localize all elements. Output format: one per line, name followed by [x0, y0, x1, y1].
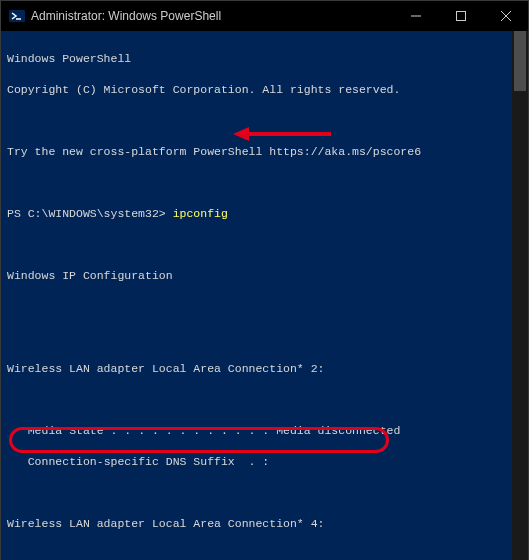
maximize-button[interactable]	[438, 1, 483, 31]
blank-line	[7, 330, 506, 346]
annotation-arrow-icon	[233, 125, 333, 143]
blank-line	[7, 485, 506, 501]
content-area: Windows PowerShell Copyright (C) Microso…	[1, 31, 528, 560]
prompt-line: PS C:\WINDOWS\system32> ipconfig	[7, 206, 506, 222]
blank-line	[7, 175, 506, 191]
prompt-path: PS C:\WINDOWS\system32>	[7, 207, 173, 220]
header-line: Windows PowerShell	[7, 51, 506, 67]
vertical-scrollbar[interactable]	[512, 31, 528, 560]
blank-line	[7, 547, 506, 560]
blank-line	[7, 299, 506, 315]
window-title: Administrator: Windows PowerShell	[31, 9, 393, 23]
try-line: Try the new cross-platform PowerShell ht…	[7, 144, 506, 160]
terminal-output[interactable]: Windows PowerShell Copyright (C) Microso…	[1, 31, 512, 560]
adapter-title: Wireless LAN adapter Local Area Connecti…	[7, 361, 506, 377]
window-controls	[393, 1, 528, 31]
blank-line	[7, 113, 506, 129]
svg-marker-7	[233, 127, 249, 141]
powershell-icon	[9, 8, 25, 24]
svg-rect-3	[456, 12, 465, 21]
media-state: Media State . . . . . . . . . . . : Medi…	[7, 423, 506, 439]
copyright-line: Copyright (C) Microsoft Corporation. All…	[7, 82, 506, 98]
close-button[interactable]	[483, 1, 528, 31]
titlebar[interactable]: Administrator: Windows PowerShell	[1, 1, 528, 31]
powershell-window: Administrator: Windows PowerShell Window…	[0, 0, 529, 560]
adapter-title: Wireless LAN adapter Local Area Connecti…	[7, 516, 506, 532]
command-text: ipconfig	[173, 207, 228, 220]
dns-suffix: Connection-specific DNS Suffix . :	[7, 454, 506, 470]
blank-line	[7, 237, 506, 253]
blank-line	[7, 392, 506, 408]
scrollbar-thumb[interactable]	[514, 31, 526, 91]
minimize-button[interactable]	[393, 1, 438, 31]
ipconfig-header: Windows IP Configuration	[7, 268, 506, 284]
